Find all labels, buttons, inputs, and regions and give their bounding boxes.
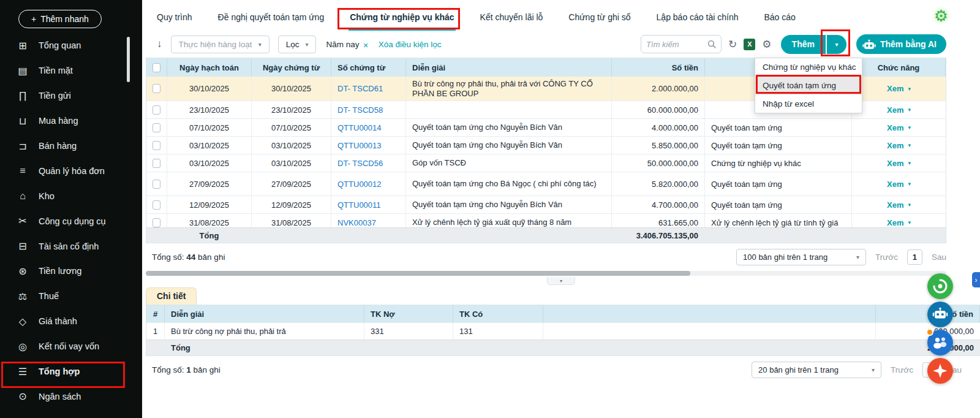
gear-icon[interactable]: ⚙ bbox=[762, 39, 771, 50]
horizontal-scrollbar[interactable] bbox=[146, 271, 946, 276]
tab-chi-tiet[interactable]: Chi tiết bbox=[146, 287, 197, 305]
excel-export-icon[interactable]: X bbox=[744, 39, 755, 50]
doc-no-link[interactable]: DT- TSCD56 bbox=[337, 159, 383, 168]
xem-action-button[interactable]: Xem▾ bbox=[887, 105, 911, 115]
col-header-amount[interactable]: Số tiền bbox=[612, 58, 705, 77]
sidebar-item-label: Mua hàng bbox=[39, 116, 78, 126]
xem-action-button[interactable]: Xem▾ bbox=[887, 141, 911, 150]
settings-gear-icon[interactable]: ⚙ bbox=[934, 7, 948, 26]
sidebar-item-gia-thanh[interactable]: ◇Giá thành bbox=[0, 309, 142, 334]
page-size-value: 100 bản ghi trên 1 trang bbox=[743, 253, 827, 262]
sidebar-item-ngan-sach[interactable]: ⊙Ngân sách bbox=[0, 384, 142, 409]
doc-no-link[interactable]: NVK00037 bbox=[337, 218, 376, 227]
col-header-doc-date[interactable]: Ngày chứng từ bbox=[252, 58, 331, 77]
doc-no-link[interactable]: DT- TSCD61 bbox=[337, 84, 383, 93]
sidebar-item-tai-san-co-dinh[interactable]: ⊟Tài sản cố định bbox=[0, 234, 142, 259]
sidebar-item-tien-mat[interactable]: ▤Tiền mặt bbox=[0, 58, 142, 83]
sidebar-item-tien-luong[interactable]: ⊛Tiền lương bbox=[0, 259, 142, 284]
sidebar-item-kho[interactable]: ⌂Kho bbox=[0, 183, 142, 208]
sidebar-item-quan-ly-hoa-don[interactable]: ≡Quản lý hóa đơn bbox=[0, 158, 142, 183]
close-icon[interactable]: ✕ bbox=[363, 42, 369, 50]
xem-action-button[interactable]: Xem▾ bbox=[887, 84, 911, 93]
sidebar-item-cong-cu-dung-cu[interactable]: ✂Công cụ dụng cụ bbox=[0, 208, 142, 234]
sidebar-scrollbar[interactable] bbox=[127, 37, 130, 82]
xem-action-button[interactable]: Xem▾ bbox=[887, 123, 911, 132]
add-dropdown-caret-button[interactable]: ▾ bbox=[827, 35, 846, 54]
table-row[interactable]: 12/09/2025 12/09/2025 QTTU00011 Quyết to… bbox=[146, 196, 946, 213]
xem-action-button[interactable]: Xem▾ bbox=[887, 218, 911, 227]
expand-panel-chevron[interactable]: › bbox=[972, 272, 980, 287]
doc-date-cell: 07/10/2025 bbox=[252, 119, 331, 136]
collapse-detail-handle[interactable]: ▾ bbox=[547, 277, 575, 285]
table-row[interactable]: 03/10/2025 03/10/2025 QTTU00013 Quyết to… bbox=[146, 136, 946, 154]
row-checkbox[interactable] bbox=[153, 180, 160, 189]
tab-bao-cao[interactable]: Báo cáo bbox=[763, 2, 796, 31]
row-checkbox[interactable] bbox=[153, 84, 160, 93]
tab-quy-trinh[interactable]: Quy trình bbox=[156, 2, 194, 31]
detail-page-size-select[interactable]: 20 bản ghi trên 1 trang▾ bbox=[752, 362, 881, 378]
sidebar-item-mua-hang[interactable]: ⊔Mua hàng bbox=[0, 108, 142, 134]
page-size-select[interactable]: 100 bản ghi trên 1 trang▾ bbox=[736, 249, 866, 265]
col-header-description[interactable]: Diễn giải bbox=[406, 58, 612, 77]
table-row[interactable]: 27/09/2025 27/09/2025 QTTU00012 Quyết to… bbox=[146, 172, 946, 196]
sidebar-item-ket-noi-vay-von[interactable]: ◎Kết nối vay vốn bbox=[0, 334, 142, 359]
row-checkbox[interactable] bbox=[153, 105, 160, 115]
table-row[interactable]: 31/08/2025 31/08/2025 NVK00037 Xử lý chê… bbox=[146, 213, 946, 227]
xem-action-button[interactable]: Xem▾ bbox=[887, 159, 911, 168]
row-checkbox[interactable] bbox=[153, 141, 160, 150]
menu-item-quyet-toan-tam-ung[interactable]: Quyết toán tạm ứng bbox=[755, 77, 862, 95]
xem-action-button[interactable]: Xem▾ bbox=[887, 200, 911, 210]
type-cell: Quyết toán tạm ứng bbox=[705, 196, 852, 213]
tab-chung-tu-nghiep-vu-khac[interactable]: Chứng từ nghiệp vụ khác bbox=[349, 2, 455, 31]
detail-row[interactable]: 1 Bù trừ công nợ phải thu, phải trả 331 … bbox=[146, 322, 980, 340]
doc-no-link[interactable]: DT- TSCD58 bbox=[337, 105, 383, 115]
tab-ket-chuyen-lai-lo[interactable]: Kết chuyển lãi lỗ bbox=[479, 2, 545, 31]
menu-item-chung-tu-nghiep-vu-khac[interactable]: Chứng từ nghiệp vụ khác bbox=[755, 58, 862, 77]
next-page-button[interactable]: Sau bbox=[932, 253, 946, 262]
sidebar-item-label: Thuế bbox=[39, 291, 59, 301]
sidebar-item-ban-hang[interactable]: ⊐Bán hàng bbox=[0, 134, 142, 159]
clear-filter-link[interactable]: Xóa điều kiện lọc bbox=[379, 40, 442, 49]
amount-cell: 2.000.000,00 bbox=[612, 77, 705, 101]
filter-button[interactable]: Lọc▾ bbox=[278, 36, 317, 53]
tab-lap-bao-cao-tai-chinh[interactable]: Lập báo cáo tài chính bbox=[655, 2, 740, 31]
community-button[interactable] bbox=[927, 330, 953, 355]
select-all-checkbox[interactable] bbox=[153, 63, 160, 72]
row-checkbox[interactable] bbox=[153, 200, 160, 210]
row-checkbox[interactable] bbox=[153, 218, 160, 227]
assistant-sparkle-button[interactable] bbox=[927, 358, 953, 384]
add-with-ai-button[interactable]: Thêm bằng AI bbox=[856, 34, 946, 54]
add-button[interactable]: Thêm bbox=[781, 35, 826, 54]
batch-actions-dropdown[interactable]: Thực hiện hàng loạt▾ bbox=[171, 36, 270, 53]
tab-chung-tu-ghi-so[interactable]: Chứng từ ghi sổ bbox=[567, 2, 631, 31]
doc-no-link[interactable]: QTTU00011 bbox=[337, 200, 381, 210]
download-arrow-icon[interactable]: ↓ bbox=[157, 38, 162, 50]
sidebar-item-tong-quan[interactable]: ⊞Tổng quan bbox=[0, 33, 142, 58]
menu-item-nhap-tu-excel[interactable]: Nhập từ excel bbox=[755, 95, 862, 113]
col-header-credit-account: TK Có bbox=[453, 305, 543, 322]
scrollbar-thumb[interactable] bbox=[146, 271, 690, 276]
quick-add-button[interactable]: + Thêm nhanh bbox=[18, 10, 102, 28]
col-header-posting-date[interactable]: Ngày hạch toán bbox=[167, 58, 252, 77]
current-page-number[interactable]: 1 bbox=[907, 249, 922, 265]
col-header-doc-no[interactable]: Số chứng từ bbox=[331, 58, 406, 77]
amount-cell: 4.700.000,00 bbox=[612, 196, 705, 213]
xem-action-button[interactable]: Xem▾ bbox=[887, 180, 911, 189]
table-row[interactable]: 07/10/2025 07/10/2025 QTTU00014 Quyết to… bbox=[146, 118, 946, 136]
sidebar-item-thue[interactable]: ⚖Thuế bbox=[0, 284, 142, 309]
search-input[interactable] bbox=[646, 40, 707, 49]
detail-prev-page-button[interactable]: Trước bbox=[891, 365, 913, 374]
row-checkbox[interactable] bbox=[153, 159, 160, 168]
sidebar-item-tien-gui[interactable]: ∏Tiền gửi bbox=[0, 83, 142, 108]
doc-no-link[interactable]: QTTU00013 bbox=[337, 141, 382, 150]
tab-de-nghi-quyet-toan-tam-ung[interactable]: Đề nghị quyết toán tạm ứng bbox=[217, 2, 326, 31]
support-button[interactable] bbox=[927, 273, 953, 299]
ai-assistant-button[interactable] bbox=[927, 302, 953, 327]
refresh-icon[interactable]: ↻ bbox=[728, 39, 737, 50]
prev-page-button[interactable]: Trước bbox=[875, 253, 898, 262]
table-row[interactable]: 03/10/2025 03/10/2025 DT- TSCD56 Góp vốn… bbox=[146, 154, 946, 172]
sidebar-item-tong-hop[interactable]: ☰Tổng hợp bbox=[0, 359, 142, 384]
doc-no-link[interactable]: QTTU00014 bbox=[337, 123, 382, 132]
row-checkbox[interactable] bbox=[153, 123, 160, 132]
doc-no-link[interactable]: QTTU00012 bbox=[337, 180, 382, 189]
